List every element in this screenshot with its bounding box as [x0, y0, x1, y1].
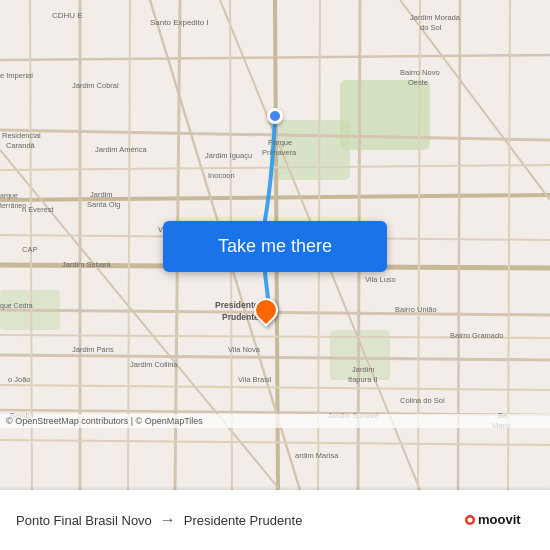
svg-text:Jardim: Jardim: [90, 190, 113, 199]
svg-text:moovit: moovit: [478, 512, 521, 527]
origin-marker: [267, 108, 283, 124]
svg-text:e Imperial: e Imperial: [0, 71, 33, 80]
take-me-there-button[interactable]: Take me there: [163, 221, 387, 272]
svg-text:Jardim Sabará: Jardim Sabará: [62, 260, 112, 269]
moovit-logo: moovit: [464, 509, 534, 531]
destination-pin: [249, 293, 283, 327]
svg-text:Bairro Novo: Bairro Novo: [400, 68, 440, 77]
svg-text:Jardim Paris: Jardim Paris: [72, 345, 114, 354]
svg-text:CDHU E: CDHU E: [52, 11, 83, 20]
svg-text:Jardim Iguaçu: Jardim Iguaçu: [205, 151, 252, 160]
svg-text:n Everest: n Everest: [22, 205, 55, 214]
route-from-label: Ponto Final Brasil Novo: [16, 513, 152, 528]
svg-text:ardim Marisa: ardim Marisa: [295, 451, 339, 460]
svg-text:o João: o João: [8, 375, 31, 384]
svg-text:Colina do Sol: Colina do Sol: [400, 396, 445, 405]
svg-text:Jardim Cobral: Jardim Cobral: [72, 81, 119, 90]
svg-text:Oeste: Oeste: [408, 78, 428, 87]
svg-text:que Cedra: que Cedra: [0, 302, 33, 310]
svg-text:Residencial: Residencial: [2, 131, 41, 140]
svg-text:arque: arque: [0, 192, 18, 200]
route-to-label: Presidente Prudente: [184, 513, 303, 528]
svg-text:Bairro União: Bairro União: [395, 305, 437, 314]
svg-text:Carandá: Carandá: [6, 141, 36, 150]
svg-text:Parque: Parque: [268, 138, 292, 147]
svg-rect-0: [340, 80, 430, 150]
map-attribution: © OpenStreetMap contributors | © OpenMap…: [0, 414, 550, 428]
svg-text:Jardim: Jardim: [352, 365, 375, 374]
map-container: CDHU E Santo Expedito I Jardim Morada do…: [0, 0, 550, 490]
route-arrow-icon: →: [160, 511, 176, 529]
svg-text:Primavera: Primavera: [262, 148, 297, 157]
svg-text:Santa Olg: Santa Olg: [87, 200, 120, 209]
svg-text:Jardim Collina: Jardim Collina: [130, 360, 178, 369]
svg-text:Bairro Gramado: Bairro Gramado: [450, 331, 503, 340]
svg-text:Vila Brasil: Vila Brasil: [238, 375, 272, 384]
svg-text:Vila Nova: Vila Nova: [228, 345, 261, 354]
svg-text:do Sol: do Sol: [420, 23, 442, 32]
svg-text:Itapura II: Itapura II: [348, 375, 378, 384]
svg-line-23: [0, 385, 550, 390]
svg-line-24: [0, 440, 550, 445]
svg-text:Jardim Morada: Jardim Morada: [410, 13, 461, 22]
svg-text:Presidente: Presidente: [215, 300, 259, 310]
bottom-bar: Ponto Final Brasil Novo → Presidente Pru…: [0, 490, 550, 550]
svg-point-74: [468, 518, 473, 523]
svg-text:Santo Expedito I: Santo Expedito I: [150, 18, 209, 27]
svg-text:Vila Luso: Vila Luso: [365, 275, 396, 284]
svg-line-8: [0, 355, 550, 360]
moovit-logo-svg: moovit: [464, 509, 534, 531]
svg-text:Inocoon: Inocoon: [208, 171, 235, 180]
destination-marker: [254, 298, 278, 322]
svg-text:CAP: CAP: [22, 245, 37, 254]
svg-text:Jardim América: Jardim América: [95, 145, 148, 154]
